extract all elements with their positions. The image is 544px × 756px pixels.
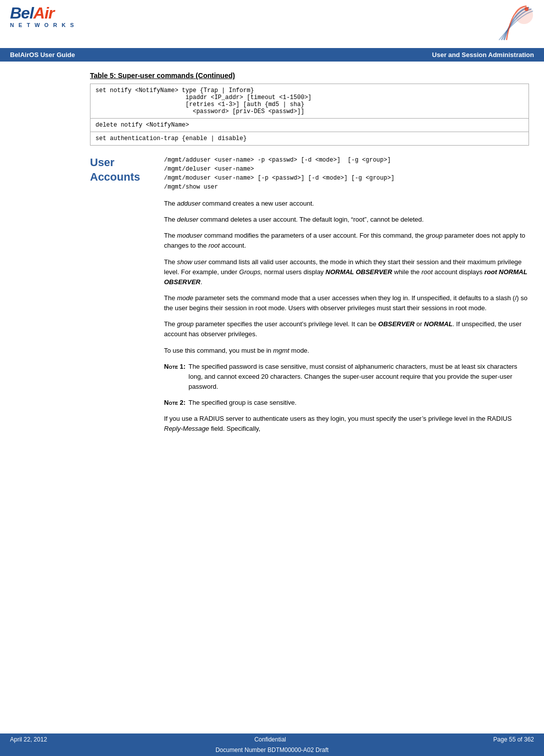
italic-mode: mode xyxy=(177,294,194,302)
user-accounts-section: User Accounts /mgmt/adduser <user-name> … xyxy=(90,156,529,440)
italic-groups: Groups, xyxy=(239,268,262,276)
para-note2: Note 2: The specified group is case sens… xyxy=(164,398,529,408)
footer-top: April 22, 2012 Confidential Page 55 of 3… xyxy=(0,733,544,745)
logo-networks: N E T W O R K S xyxy=(10,22,76,28)
table-title-text: Table 5: Super-user commands (Continued) xyxy=(90,72,235,80)
italic-moduser: moduser xyxy=(177,232,202,239)
italic-group1: group xyxy=(426,232,442,239)
main-content: Table 5: Super-user commands (Continued)… xyxy=(0,62,544,450)
logo-belair: BelAir xyxy=(10,5,76,21)
para-mgmt-mode: To use this command, you must be in mgmt… xyxy=(164,346,529,356)
italic-reply-message: Reply-Message xyxy=(164,425,209,432)
para-deluser: The deluser command deletes a user accou… xyxy=(164,215,529,225)
nav-left-title: BelAirOS User Guide xyxy=(10,51,75,59)
code-table: set notify <NotifyName> type {Trap | Inf… xyxy=(90,84,529,146)
table-row: set notify <NotifyName> type {Trap | Inf… xyxy=(90,84,529,119)
table-cell-1: set notify <NotifyName> type {Trap | Inf… xyxy=(90,84,529,119)
command-block: /mgmt/adduser <user-name> -p <passwd> [-… xyxy=(164,156,529,192)
footer-confidential: Confidential xyxy=(254,736,286,743)
italic-bold-observer: OBSERVER xyxy=(378,320,414,328)
italic-group2: group xyxy=(177,320,194,328)
para-mode: The mode parameter sets the command mode… xyxy=(164,293,529,313)
para-group: The group parameter specifies the user a… xyxy=(164,319,529,339)
header: BelAir N E T W O R K S xyxy=(0,0,544,44)
para-radius: If you use a RADIUS server to authentica… xyxy=(164,414,529,434)
para-note1: Note 1: The specified password is case s… xyxy=(164,362,529,392)
svg-point-1 xyxy=(524,7,528,11)
logo-bel: Bel xyxy=(10,4,34,22)
italic-adduser: adduser xyxy=(177,200,200,207)
footer-page: Page 55 of 362 xyxy=(494,736,534,743)
para-adduser: The adduser command creates a new user a… xyxy=(164,199,529,209)
logo-area: BelAir N E T W O R K S xyxy=(10,5,76,28)
logo-graphic xyxy=(489,5,534,44)
italic-root2: root xyxy=(422,268,432,276)
italic-root1: root xyxy=(208,242,220,249)
para-moduser: The moduser command modifies the paramet… xyxy=(164,231,529,251)
note1-main: The specified password is case sensitive… xyxy=(188,363,518,390)
italic-bold-normal: NORMAL xyxy=(424,320,452,328)
italic-deluser: deluser xyxy=(177,216,198,223)
table-cell-2: delete notify <NotifyName> xyxy=(90,119,529,132)
table-title: Table 5: Super-user commands (Continued) xyxy=(90,72,529,80)
section-left: User Accounts xyxy=(90,156,164,440)
table-cell-3: set authentication-trap {enable | disabl… xyxy=(90,132,529,146)
footer-document: Document Number BDTM00000-A02 Draft xyxy=(0,745,544,756)
logo-air: Air xyxy=(34,4,54,22)
footer-date: April 22, 2012 xyxy=(10,736,47,743)
table-row: delete notify <NotifyName> xyxy=(90,119,529,132)
footer: April 22, 2012 Confidential Page 55 of 3… xyxy=(0,733,544,756)
note1-label: Note 1: xyxy=(164,362,186,372)
italic-bold-normal-observer: NORMAL OBSERVER xyxy=(326,268,392,276)
section-heading: User Accounts xyxy=(90,156,164,184)
note2-text: The specified group is case sensitive. xyxy=(188,398,296,408)
section-right: /mgmt/adduser <user-name> -p <passwd> [-… xyxy=(164,156,529,440)
para-showuser: The show user command lists all valid us… xyxy=(164,257,529,287)
note2-label: Note 2: xyxy=(164,398,186,408)
nav-bar: BelAirOS User Guide User and Session Adm… xyxy=(0,48,544,62)
italic-showuser: show user xyxy=(177,258,206,266)
nav-right-title: User and Session Administration xyxy=(432,51,534,59)
table-row: set authentication-trap {enable | disabl… xyxy=(90,132,529,146)
page-wrapper: BelAir N E T W O R K S xyxy=(0,0,544,756)
note1-text: The specified password is case sensitive… xyxy=(188,362,529,392)
italic-mgmt: mgmt xyxy=(273,347,290,354)
